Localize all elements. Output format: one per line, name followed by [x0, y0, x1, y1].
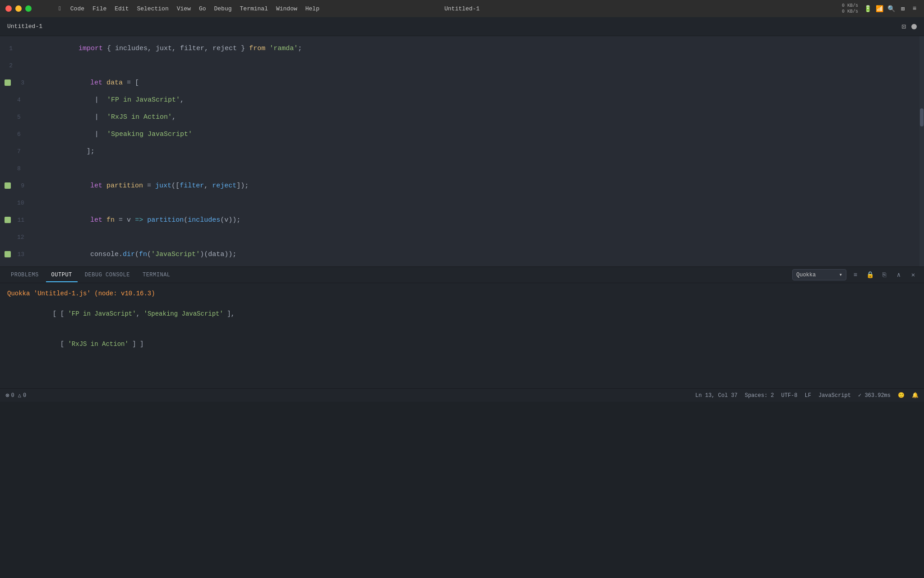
- cursor-position[interactable]: Ln 13, Col 37: [695, 392, 738, 399]
- output-line-1: Quokka 'Untitled-1.js' (node: v10.16.3): [7, 289, 917, 298]
- bell-icon: 🔔: [912, 392, 919, 399]
- panel-lock-icon[interactable]: 🔒: [864, 270, 875, 280]
- editor-header-right: ⊡: [901, 22, 917, 31]
- control-center-icon[interactable]: ⊞: [899, 5, 907, 13]
- panel: PROBLEMS OUTPUT DEBUG CONSOLE TERMINAL Q…: [0, 266, 924, 388]
- tab-output[interactable]: OUTPUT: [46, 270, 78, 280]
- code-line-7: 7 ];: [0, 143, 924, 160]
- code-line-9: 9 let partition = juxt([filter, reject])…: [0, 177, 924, 194]
- scrollbar-thumb[interactable]: [920, 108, 924, 126]
- warning-icon: △: [18, 392, 21, 399]
- menu-window[interactable]: Window: [276, 5, 297, 12]
- code-line-1: 1 import { includes, juxt, filter, rejec…: [0, 40, 924, 57]
- language-mode[interactable]: JavaScript: [818, 392, 851, 399]
- code-editor[interactable]: 1 import { includes, juxt, filter, rejec…: [0, 36, 924, 266]
- menu-help[interactable]: Help: [305, 5, 319, 12]
- split-editor-icon[interactable]: ⊡: [901, 22, 906, 31]
- network-stats: 0 KB/s 0 KB/s: [842, 3, 858, 14]
- encoding[interactable]: UTF-8: [781, 392, 798, 399]
- menu-bar:  Code File Edit Selection View Go Debug…: [59, 5, 319, 12]
- line-ending[interactable]: LF: [805, 392, 811, 399]
- code-lines: 1 import { includes, juxt, filter, rejec…: [0, 36, 924, 266]
- titlebar:  Code File Edit Selection View Go Debug…: [0, 0, 924, 17]
- menu-debug[interactable]: Debug: [214, 5, 232, 12]
- code-line-11: 11 let fn = v => partition(includes(v));: [0, 211, 924, 228]
- line-9-indicator: [5, 182, 11, 189]
- indentation[interactable]: Spaces: 2: [745, 392, 774, 399]
- panel-close-icon[interactable]: ✕: [908, 270, 919, 280]
- output-line-3: [ [ 'FP in JavaScript', 'Speaking JavaSc…: [7, 298, 917, 329]
- status-icons: 🔋 📶 🔍 ⊞ ≡: [864, 5, 919, 13]
- menu-file[interactable]: File: [92, 5, 106, 12]
- error-count[interactable]: ⊗ 0: [5, 392, 14, 399]
- line-7-content: ];: [30, 140, 95, 163]
- warning-count[interactable]: △ 0: [18, 392, 26, 399]
- panel-collapse-icon[interactable]: ∧: [893, 270, 904, 280]
- more-actions-dot[interactable]: [911, 24, 917, 29]
- editor-main: 1 import { includes, juxt, filter, rejec…: [0, 36, 924, 578]
- line-9-content: let partition = juxt([filter, reject]);: [33, 174, 249, 197]
- titlebar-right: 0 KB/s 0 KB/s 🔋 📶 🔍 ⊞ ≡: [842, 3, 919, 14]
- code-line-6: 6 | 'Speaking JavaScript': [0, 126, 924, 143]
- editor-tab-title[interactable]: Untitled-1: [7, 23, 42, 30]
- editor-container: Untitled-1 ⊡ 1 import { includes, juxt, …: [0, 17, 924, 578]
- code-line-13: 13 console.dir(fn('JavaScript')(data));: [0, 246, 924, 263]
- output-line-4: [ 'RxJS in Action' ] ]: [7, 329, 917, 359]
- menu-view[interactable]: View: [177, 5, 191, 12]
- code-area[interactable]: 1 import { includes, juxt, filter, rejec…: [0, 36, 924, 578]
- chevron-down-icon: ▾: [839, 271, 842, 278]
- tab-terminal[interactable]: TERMINAL: [137, 270, 176, 280]
- menu-go[interactable]: Go: [199, 5, 206, 12]
- line-11-content: let fn = v => partition(includes(v));: [33, 209, 240, 232]
- maximize-button[interactable]: [25, 5, 32, 12]
- line-1-content: import { includes, juxt, filter, reject …: [22, 37, 302, 60]
- statusbar-right: Ln 13, Col 37 Spaces: 2 UTF-8 LF JavaScr…: [695, 392, 919, 399]
- close-button[interactable]: [5, 5, 12, 12]
- menu-edit[interactable]: Edit: [115, 5, 129, 12]
- editor-scrollbar[interactable]: [919, 36, 924, 266]
- notification-icon[interactable]: ≡: [910, 5, 919, 13]
- panel-tabs: PROBLEMS OUTPUT DEBUG CONSOLE TERMINAL Q…: [0, 267, 924, 283]
- battery-icon: 🔋: [864, 5, 872, 13]
- menu-code[interactable]: Code: [70, 5, 84, 12]
- tab-debug-console[interactable]: DEBUG CONSOLE: [79, 270, 135, 280]
- editor-header: Untitled-1 ⊡: [0, 17, 924, 36]
- error-icon: ⊗: [5, 392, 9, 399]
- line-3-indicator: [5, 79, 11, 86]
- menu-terminal[interactable]: Terminal: [240, 5, 268, 12]
- minimize-button[interactable]: [15, 5, 22, 12]
- panel-output-dropdown[interactable]: Quokka ▾: [792, 269, 846, 280]
- panel-actions: Quokka ▾ ≡ 🔒 ⎘ ∧ ✕: [792, 269, 919, 280]
- search-icon[interactable]: 🔍: [887, 5, 895, 13]
- tab-problems[interactable]: PROBLEMS: [5, 270, 44, 280]
- menu-selection[interactable]: Selection: [137, 5, 168, 12]
- panel-copy-icon[interactable]: ⎘: [879, 270, 890, 280]
- traffic-lights: [5, 5, 32, 12]
- panel-content: Quokka 'Untitled-1.js' (node: v10.16.3) …: [0, 283, 924, 388]
- menu-apple[interactable]: : [59, 5, 62, 12]
- statusbar-left: ⊗ 0 △ 0: [5, 392, 26, 399]
- line-13-content: console.dir(fn('JavaScript')(data));: [33, 243, 236, 266]
- line-11-indicator: [5, 217, 11, 223]
- line-13-indicator: [5, 251, 11, 257]
- statusbar: ⊗ 0 △ 0 Ln 13, Col 37 Spaces: 2 UTF-8 LF…: [0, 388, 924, 402]
- wifi-icon: 📶: [875, 5, 883, 13]
- window-title: Untitled-1: [444, 5, 480, 12]
- smiley-icon: 🙂: [898, 392, 905, 399]
- panel-filter-icon[interactable]: ≡: [850, 270, 861, 280]
- quokka-time: ✓ 363.92ms: [858, 392, 891, 399]
